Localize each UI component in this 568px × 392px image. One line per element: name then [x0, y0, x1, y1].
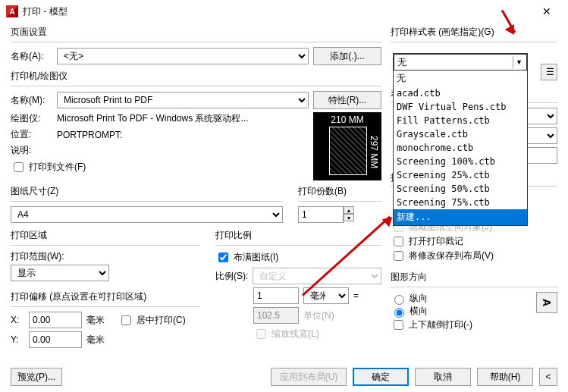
printer-name-label: 名称(M): [11, 94, 52, 107]
offset-x-input[interactable] [29, 312, 82, 328]
orientation-icon: A [536, 292, 557, 313]
paper-size-title: 图纸尺寸(Z) [11, 185, 283, 198]
portrait-label: 纵向 [410, 292, 428, 305]
plot-style-option[interactable]: 无 [394, 71, 527, 86]
fit-label: 布满图纸(I) [234, 251, 278, 264]
scale-label: 比例(S): [215, 270, 248, 283]
scale-unit2-input [253, 307, 299, 324]
plot-style-edit-button[interactable]: ☰ [541, 64, 557, 80]
plot-style-option[interactable]: acad.ctb [394, 86, 527, 100]
save-layout-label: 将修改保存到布局(V) [409, 249, 494, 262]
offset-title: 打印偏移 (原点设置在可打印区域) [11, 290, 200, 303]
fit-checkbox[interactable] [218, 252, 228, 262]
landscape-radio[interactable] [394, 308, 404, 318]
portrait-radio[interactable] [394, 295, 404, 305]
copies-title: 打印份数(B) [298, 185, 381, 198]
ok-button[interactable]: 确定 [353, 368, 409, 386]
copies-down[interactable]: ▼ [344, 214, 354, 221]
printer-name-select[interactable]: Microsoft Print to PDF [57, 92, 309, 108]
plot-style-option[interactable]: DWF Virtual Pens.ctb [394, 100, 527, 114]
properties-button[interactable]: 特性(R)... [313, 91, 381, 109]
to-file-checkbox[interactable] [14, 162, 24, 172]
printer-title: 打印机/绘图仪 [11, 70, 381, 83]
upside-label: 上下颠倒打印(-) [409, 318, 472, 331]
scale-title: 打印比例 [215, 229, 381, 242]
scale-unit2-label: 单位(N) [303, 309, 334, 322]
stamp-label: 打开打印戳记 [409, 235, 463, 248]
stamp-checkbox[interactable] [394, 237, 403, 246]
page-name-select[interactable]: <无> [57, 48, 309, 64]
close-button[interactable]: ✕ [532, 0, 562, 23]
desc-label: 说明: [11, 144, 52, 157]
plot-style-option[interactable]: Screening 25%.ctb [394, 168, 527, 182]
plot-style-option[interactable]: 新建... [394, 209, 527, 225]
scale-unit1-input[interactable] [253, 287, 299, 304]
paper-preview: 210 MM 297 MM [313, 112, 381, 180]
plot-area-title: 打印区域 [11, 229, 200, 242]
offset-y-unit: 毫米 [86, 334, 105, 347]
chevron-down-icon[interactable]: ▼ [513, 56, 525, 68]
window-title: 打印 - 模型 [23, 5, 67, 18]
add-button[interactable]: 添加(.)... [313, 47, 381, 65]
preview-button[interactable]: 预览(P)... [11, 368, 62, 386]
plot-style-dropdown[interactable]: 无 ▼ 无acad.ctbDWF Virtual Pens.ctbFill Pa… [393, 53, 528, 226]
to-file-label: 打印到文件(F) [29, 161, 86, 174]
copies-input[interactable] [298, 206, 344, 223]
apply-button: 应用到布局(U) [271, 368, 347, 386]
save-layout-checkbox[interactable] [394, 251, 403, 261]
expand-button[interactable]: < [539, 368, 557, 386]
offset-y-input[interactable] [29, 331, 82, 348]
app-logo: A [6, 5, 18, 17]
plot-style-option[interactable]: Screening 100%.ctb [394, 155, 527, 168]
scale-lw-checkbox [256, 329, 266, 339]
cancel-button[interactable]: 取消 [415, 368, 471, 386]
plot-style-current[interactable]: 无 ▼ [394, 54, 527, 71]
plot-range-label: 打印范围(W): [11, 250, 200, 263]
scale-eq: = [353, 290, 359, 301]
help-button[interactable]: 帮助(H) [477, 368, 533, 386]
plot-style-option[interactable]: Screening 75%.ctb [394, 196, 527, 209]
offset-y-label: Y: [11, 334, 24, 345]
page-setup-title: 页面设置 [11, 26, 381, 39]
paper-size-select[interactable]: A4 [11, 206, 283, 223]
plotter-label: 绘图仪: [11, 112, 52, 125]
orientation-title: 图形方向 [391, 271, 557, 284]
landscape-label: 横向 [410, 305, 428, 318]
plot-style-option[interactable]: Fill Patterns.ctb [394, 114, 527, 127]
offset-x-unit: 毫米 [86, 314, 105, 327]
center-checkbox[interactable] [121, 315, 131, 325]
plotter-value: Microsoft Print To PDF - Windows 系统驱动程..… [57, 112, 249, 125]
scale-lw-label: 缩放线宽(L) [271, 328, 319, 340]
plot-range-select[interactable]: 显示 [11, 265, 109, 281]
where-label: 位置: [11, 128, 52, 141]
plot-style-title: 打印样式表 (画笔指定)(G) [391, 26, 557, 39]
where-value: PORTPROMPT: [57, 130, 122, 140]
plot-style-option[interactable]: Grayscale.ctb [394, 127, 527, 141]
page-name-label: 名称(A): [11, 50, 52, 63]
plot-style-option[interactable]: monochrome.ctb [394, 141, 527, 155]
offset-x-label: X: [11, 315, 24, 325]
plot-style-option[interactable]: Screening 50%.ctb [394, 182, 527, 196]
center-label: 居中打印(C) [137, 314, 186, 327]
upside-checkbox[interactable] [394, 320, 403, 330]
copies-up[interactable]: ▲ [344, 206, 354, 214]
